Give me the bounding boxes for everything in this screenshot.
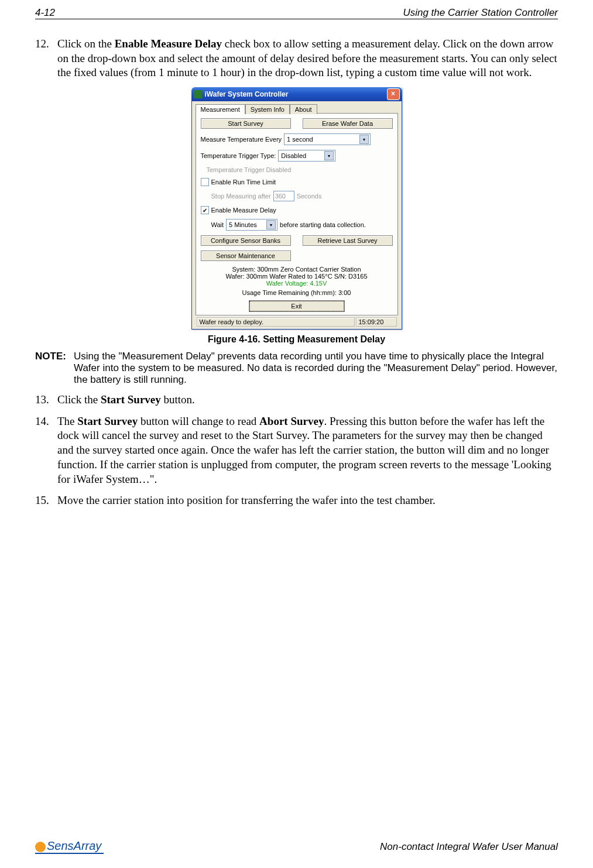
status-bar: Wafer ready to deploy. 15:09:20	[196, 315, 398, 328]
text-bold: Enable Measure Delay	[115, 37, 222, 50]
ttt-label: Temperature Trigger Type:	[201, 152, 276, 159]
step-14-text: The Start Survey button will change to r…	[57, 414, 558, 486]
logo-text: SensArray	[47, 839, 101, 852]
text-bold: Start Survey	[77, 415, 138, 427]
sun-icon	[35, 842, 46, 852]
ttt-value: Disabled	[281, 152, 306, 159]
wait-label: Wait	[211, 221, 224, 228]
text-bold: Abort Survey	[259, 415, 324, 427]
exit-button[interactable]: Exit	[249, 301, 344, 311]
note-text: Using the "Measurement Delay" prevents d…	[74, 351, 558, 386]
step-number-14: 14.	[35, 414, 57, 486]
ttt-dropdown[interactable]: Disabled ▾	[278, 150, 335, 162]
text-fragment: button.	[161, 393, 195, 406]
retrieve-last-button[interactable]: Retrieve Last Survey	[303, 235, 393, 246]
step-13-text: Click the Start Survey button.	[57, 393, 558, 407]
status-message: Wafer ready to deploy.	[197, 317, 355, 327]
step-12-text: Click on the Enable Measure Delay check …	[57, 37, 558, 80]
mte-value: 1 second	[287, 136, 313, 143]
text-bold: Start Survey	[101, 393, 161, 406]
stop-after-post: Seconds	[297, 193, 322, 200]
close-icon[interactable]: ×	[387, 88, 400, 100]
usage-time: Usage Time Remaining (hh:mm): 3:00	[201, 289, 393, 296]
app-window: iWafer System Controller × Measurement S…	[191, 87, 402, 330]
tab-about[interactable]: About	[290, 104, 317, 114]
step-15-text: Move the carrier station into position f…	[57, 493, 558, 508]
chevron-down-icon: ▾	[324, 151, 334, 160]
system-line: System: 300mm Zero Contact Carrier Stati…	[201, 266, 393, 273]
text-fragment: Click on the	[57, 37, 115, 50]
wafer-voltage: Wafer Voltage: 4.15V	[201, 280, 393, 287]
status-clock: 15:09:20	[356, 317, 397, 327]
ttt-disabled-text: Temperature Trigger Disabled	[207, 166, 292, 173]
runtime-label: Enable Run Time Limit	[211, 179, 276, 186]
tab-system-info[interactable]: System Info	[245, 104, 290, 114]
configure-banks-button[interactable]: Configure Sensor Banks	[201, 235, 291, 246]
step-number-15: 15.	[35, 493, 57, 508]
step-number-13: 13.	[35, 393, 57, 407]
mte-dropdown[interactable]: 1 second ▾	[284, 133, 371, 145]
wait-post: before starting data collection.	[280, 221, 366, 228]
figure-caption: Figure 4-16. Setting Measurement Delay	[35, 334, 558, 345]
mte-label: Measure Temperature Every	[201, 136, 282, 143]
erase-wafer-button[interactable]: Erase Wafer Data	[303, 118, 393, 129]
text-fragment: Click the	[57, 393, 101, 406]
note-label: NOTE:	[35, 351, 74, 386]
wait-dropdown[interactable]: 5 Minutes ▾	[226, 219, 277, 231]
page-number: 4-12	[35, 7, 55, 19]
app-icon	[194, 90, 202, 98]
tab-strip: Measurement System Info About	[196, 104, 398, 114]
stop-after-pre: Stop Measuring after	[211, 193, 271, 200]
footer-manual-title: Non-contact Integral Wafer User Manual	[380, 841, 558, 853]
stop-after-input: 360	[273, 191, 294, 201]
wafer-line: Wafer: 300mm Wafer Rated to 145°C S/N: D…	[201, 273, 393, 280]
sensarray-logo: SensArray	[35, 839, 104, 854]
window-title: iWafer System Controller	[205, 90, 387, 98]
step-number-12: 12.	[35, 37, 57, 80]
start-survey-button[interactable]: Start Survey	[201, 118, 291, 129]
text-fragment: button will change to read	[138, 415, 259, 427]
section-title: Using the Carrier Station Controller	[403, 7, 558, 19]
figure-4-16: iWafer System Controller × Measurement S…	[35, 87, 558, 330]
tab-measurement[interactable]: Measurement	[196, 104, 245, 114]
runtime-checkbox[interactable]	[201, 178, 209, 186]
text-fragment: The	[57, 415, 77, 427]
delay-label: Enable Measure Delay	[211, 207, 276, 214]
chevron-down-icon: ▾	[359, 135, 369, 144]
delay-checkbox[interactable]: ✔	[201, 206, 209, 214]
sensor-maint-button[interactable]: Sensor Maintenance	[201, 251, 291, 261]
chevron-down-icon: ▾	[266, 220, 276, 229]
window-titlebar: iWafer System Controller ×	[191, 87, 402, 101]
wait-value: 5 Minutes	[229, 221, 257, 228]
